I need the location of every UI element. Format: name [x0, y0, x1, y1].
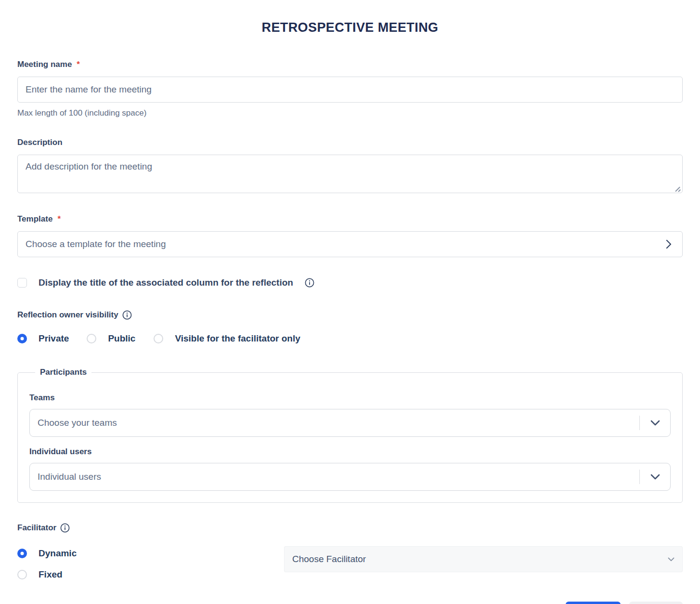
radio-private-label: Private — [39, 333, 69, 344]
chevron-right-icon — [665, 239, 673, 249]
radio-facilitator-only-label: Visible for the facilitator only — [175, 333, 300, 344]
description-label-text: Description — [17, 138, 63, 147]
facilitator-label: Facilitator — [17, 523, 683, 533]
select-divider — [639, 416, 640, 430]
template-select[interactable]: Choose a template for the meeting — [17, 231, 683, 257]
participants-legend: Participants — [35, 368, 91, 377]
radio-public[interactable]: Public — [87, 333, 135, 344]
page-title: RETROSPECTIVE MEETING — [17, 0, 683, 35]
description-section: Description — [17, 138, 683, 195]
description-textarea[interactable] — [17, 155, 683, 193]
visibility-radio-group: Private Public Visible for the facilitat… — [17, 333, 683, 344]
template-select-placeholder: Choose a template for the meeting — [26, 239, 166, 249]
teams-label: Teams — [29, 393, 671, 403]
create-button[interactable]: Create — [566, 602, 621, 604]
template-section: Template* Choose a template for the meet… — [17, 214, 683, 257]
radio-dynamic-label: Dynamic — [39, 548, 77, 559]
display-title-checkbox[interactable] — [17, 278, 27, 288]
meeting-name-helper-text: Max length of 100 (including space) — [17, 108, 683, 118]
individual-users-label: Individual users — [29, 447, 671, 457]
radio-button-icon[interactable] — [17, 549, 27, 558]
radio-private[interactable]: Private — [17, 333, 69, 344]
chevron-down-icon — [668, 557, 674, 562]
radio-button-icon[interactable] — [17, 570, 27, 579]
info-icon[interactable] — [305, 278, 314, 288]
participants-fieldset: Participants Teams Choose your teams Ind… — [17, 368, 683, 503]
template-label-text: Template — [17, 214, 52, 224]
radio-button-icon[interactable] — [154, 334, 163, 343]
reflection-owner-visibility-label-text: Reflection owner visibility — [17, 310, 118, 320]
radio-button-icon[interactable] — [87, 334, 96, 343]
reflection-owner-visibility-label: Reflection owner visibility — [17, 310, 683, 320]
facilitator-label-text: Facilitator — [17, 523, 56, 533]
reflection-owner-visibility-section: Reflection owner visibility Private Publ… — [17, 310, 683, 344]
radio-fixed-label: Fixed — [39, 569, 63, 580]
retrospective-meeting-form: RETROSPECTIVE MEETING Meeting name* Max … — [0, 0, 700, 604]
meeting-name-label-text: Meeting name — [17, 60, 72, 69]
individual-users-select-placeholder: Individual users — [38, 472, 101, 482]
radio-button-icon[interactable] — [17, 334, 27, 343]
display-title-checkbox-row: Display the title of the associated colu… — [17, 277, 683, 288]
individual-users-select[interactable]: Individual users — [29, 463, 671, 491]
radio-dynamic[interactable]: Dynamic — [17, 548, 284, 559]
facilitator-select[interactable]: Choose Facilitator — [284, 546, 683, 572]
info-icon[interactable] — [122, 310, 132, 320]
description-label: Description — [17, 138, 683, 147]
radio-fixed[interactable]: Fixed — [17, 569, 284, 580]
display-title-checkbox-label: Display the title of the associated colu… — [39, 277, 293, 288]
facilitator-select-placeholder: Choose Facilitator — [292, 554, 366, 565]
radio-public-label: Public — [108, 333, 135, 344]
form-actions: Create Cancel — [17, 602, 683, 604]
teams-select[interactable]: Choose your teams — [29, 409, 671, 437]
chevron-down-icon[interactable] — [650, 473, 661, 480]
facilitator-section: Facilitator Dynamic Fixed Choose Facilit… — [17, 523, 683, 580]
teams-select-placeholder: Choose your teams — [38, 418, 117, 428]
template-label: Template* — [17, 214, 683, 224]
facilitator-controls: Dynamic Fixed Choose Facilitator — [17, 546, 683, 580]
required-asterisk: * — [57, 214, 61, 224]
facilitator-radio-group: Dynamic Fixed — [17, 546, 284, 580]
required-asterisk: * — [77, 60, 80, 69]
radio-facilitator-only[interactable]: Visible for the facilitator only — [154, 333, 300, 344]
info-icon[interactable] — [60, 523, 70, 533]
meeting-name-label: Meeting name* — [17, 60, 683, 69]
cancel-button[interactable]: Cancel — [629, 602, 683, 604]
select-divider — [639, 470, 640, 484]
chevron-down-icon[interactable] — [650, 420, 661, 426]
meeting-name-section: Meeting name* Max length of 100 (includi… — [17, 60, 683, 118]
meeting-name-input[interactable] — [17, 77, 683, 103]
